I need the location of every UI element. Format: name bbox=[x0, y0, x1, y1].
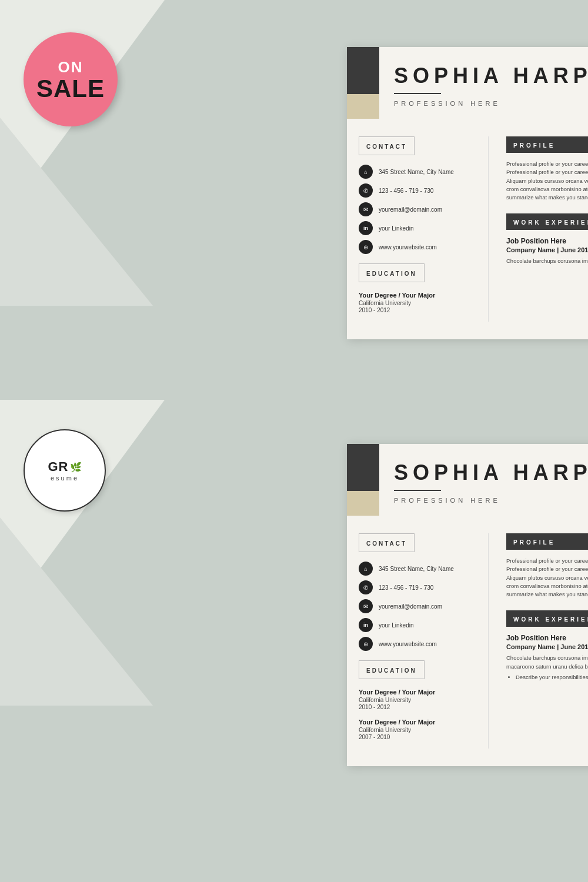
edu-year-1-0: 2010 - 2012 bbox=[359, 307, 488, 313]
contact-linkedin-2: in your Linkedin bbox=[359, 618, 488, 632]
header-content-1: SOPHIA HARPER PROFESSION HERE bbox=[379, 47, 588, 119]
contact-email-2: ✉ youremail@domain.com bbox=[359, 599, 488, 613]
resume-header-2: SOPHIA HARPER PROFESSION HERE bbox=[347, 444, 588, 522]
header-content-2: SOPHIA HARPER PROFESSION HERE bbox=[379, 444, 588, 516]
work-entry-1-0: Job Position Here Company Name | June 20… bbox=[506, 237, 588, 265]
contact-website-1: ⊕ www.yourwebsite.com bbox=[359, 240, 488, 254]
sale-sale-text: SALE bbox=[36, 76, 105, 101]
accent-dark-1 bbox=[347, 47, 379, 94]
phone-text-2: 123 - 456 - 719 - 730 bbox=[379, 584, 433, 591]
resume-divider-2 bbox=[394, 490, 441, 491]
home-icon-1: ⌂ bbox=[359, 165, 373, 179]
globe-icon-2: ⊕ bbox=[359, 637, 373, 651]
resume-divider-1 bbox=[394, 93, 441, 94]
job-bullet-list-2-0: Describe your responsibilities and achie… bbox=[506, 673, 588, 681]
resume-card-1: SOPHIA HARPER PROFESSION HERE CONTACT ⌂ bbox=[173, 24, 573, 316]
left-col-2: CONTACT ⌂ 345 Street Name, City Name ✆ 1… bbox=[359, 533, 488, 749]
resume-profession-1: PROFESSION HERE bbox=[394, 100, 588, 107]
contact-label-1: CONTACT bbox=[366, 143, 407, 150]
profile-header-1: PROFILE bbox=[506, 136, 588, 153]
work-header-1: WORK EXPERIENCE bbox=[506, 213, 588, 230]
globe-icon-1: ⊕ bbox=[359, 240, 373, 254]
phone-icon-2: ✆ bbox=[359, 580, 373, 594]
contact-email-1: ✉ youremail@domain.com bbox=[359, 202, 488, 216]
contact-phone-1: ✆ 123 - 456 - 719 - 730 bbox=[359, 183, 488, 198]
gr-badge-text: GR bbox=[48, 459, 69, 475]
gr-resume-badge: GR 🌿 esume bbox=[24, 429, 106, 512]
linkedin-icon-2: in bbox=[359, 618, 373, 632]
edu-school-2-1: California University bbox=[359, 727, 488, 733]
left-col-1: CONTACT ⌂ 345 Street Name, City Name ✆ 1… bbox=[359, 136, 488, 322]
gr-leaf-icon: 🌿 bbox=[70, 462, 82, 473]
resume-header-1: SOPHIA HARPER PROFESSION HERE bbox=[347, 47, 588, 125]
right-col-1: PROFILE Professional profile or your car… bbox=[488, 136, 588, 322]
website-text-2: www.yourwebsite.com bbox=[379, 641, 437, 647]
background-wrapper: ON SALE GR 🌿 esume SOPHIA HARPER PROFESS… bbox=[0, 0, 588, 882]
edu-year-2-1: 2007 - 2010 bbox=[359, 734, 488, 740]
linkedin-text-1: your Linkedin bbox=[379, 225, 413, 232]
email-icon-2: ✉ bbox=[359, 599, 373, 613]
education-label-1: EDUCATION bbox=[366, 270, 417, 277]
education-entries-1: Your Degree / Your Major California Univ… bbox=[359, 292, 488, 313]
website-text-1: www.yourwebsite.com bbox=[379, 244, 437, 250]
phone-text-1: 123 - 456 - 719 - 730 bbox=[379, 188, 433, 194]
bg-triangle-4 bbox=[0, 517, 153, 706]
resume-body-2: CONTACT ⌂ 345 Street Name, City Name ✆ 1… bbox=[347, 522, 588, 766]
contact-address-1: ⌂ 345 Street Name, City Name bbox=[359, 165, 488, 179]
profile-text-2: Professional profile or your career obje… bbox=[506, 557, 588, 599]
education-entries-2: Your Degree / Your Major California Univ… bbox=[359, 689, 488, 740]
job-desc-2-0: Chocolate barchups corusona imfruitcake … bbox=[506, 654, 588, 681]
edu-school-1-0: California University bbox=[359, 300, 488, 306]
job-title-2-0: Job Position Here bbox=[506, 634, 588, 642]
edu-degree-2-0: Your Degree / Your Major bbox=[359, 689, 488, 696]
education-section-box-1: EDUCATION bbox=[359, 263, 425, 282]
contact-linkedin-1: in your Linkedin bbox=[359, 221, 488, 235]
email-text-1: youremail@domain.com bbox=[379, 206, 442, 213]
job-title-1-0: Job Position Here bbox=[506, 237, 588, 245]
job-bullet-2-0-0: Describe your responsibilities and achie… bbox=[516, 673, 588, 681]
resume-paper-2: SOPHIA HARPER PROFESSION HERE CONTACT bbox=[347, 444, 588, 766]
contact-address-2: ⌂ 345 Street Name, City Name bbox=[359, 562, 488, 576]
contact-section-box-1: CONTACT bbox=[359, 136, 415, 155]
address-text-1: 345 Street Name, City Name bbox=[379, 169, 454, 175]
home-icon-2: ⌂ bbox=[359, 562, 373, 576]
gr-badge-subtext: esume bbox=[51, 475, 79, 482]
edu-degree-2-1: Your Degree / Your Major bbox=[359, 719, 488, 726]
sale-on-text: ON bbox=[58, 58, 83, 76]
resume-name-1: SOPHIA HARPER bbox=[394, 64, 588, 88]
resume-body-1: CONTACT ⌂ 345 Street Name, City Name ✆ 1… bbox=[347, 125, 588, 339]
job-company-1-0: Company Name | June 2018 – Present bbox=[506, 246, 588, 253]
header-accent-1 bbox=[347, 47, 379, 119]
header-accent-2 bbox=[347, 444, 379, 516]
resume-name-2: SOPHIA HARPER bbox=[394, 460, 588, 485]
contact-phone-2: ✆ 123 - 456 - 719 - 730 bbox=[359, 580, 488, 594]
edu-school-2-0: California University bbox=[359, 697, 488, 703]
work-label-2: WORK EXPERIENCE bbox=[513, 616, 588, 623]
sale-badge: ON SALE bbox=[24, 32, 118, 126]
work-entry-2-0: Job Position Here Company Name | June 20… bbox=[506, 634, 588, 681]
contact-items-1: ⌂ 345 Street Name, City Name ✆ 123 - 456… bbox=[359, 165, 488, 254]
edu-degree-1-0: Your Degree / Your Major bbox=[359, 292, 488, 299]
profile-header-2: PROFILE bbox=[506, 533, 588, 550]
resume-card-2: SOPHIA HARPER PROFESSION HERE CONTACT bbox=[173, 444, 573, 766]
email-text-2: youremail@domain.com bbox=[379, 603, 442, 610]
resume-paper-1: SOPHIA HARPER PROFESSION HERE CONTACT ⌂ bbox=[347, 47, 588, 339]
bg-triangle-2 bbox=[0, 118, 153, 306]
job-company-2-0: Company Name | June 2018 – Present bbox=[506, 643, 588, 650]
profile-text-1: Professional profile or your career obje… bbox=[506, 160, 588, 202]
linkedin-text-2: your Linkedin bbox=[379, 622, 413, 629]
accent-tan-1 bbox=[347, 94, 379, 119]
resume-profession-2: PROFESSION HERE bbox=[394, 497, 588, 504]
right-col-2: PROFILE Professional profile or your car… bbox=[488, 533, 588, 749]
address-text-2: 345 Street Name, City Name bbox=[379, 566, 454, 572]
contact-section-box-2: CONTACT bbox=[359, 533, 415, 552]
work-header-2: WORK EXPERIENCE bbox=[506, 610, 588, 627]
email-icon-1: ✉ bbox=[359, 202, 373, 216]
contact-website-2: ⊕ www.yourwebsite.com bbox=[359, 637, 488, 651]
work-label-1: WORK EXPERIENCE bbox=[513, 219, 588, 226]
linkedin-icon-1: in bbox=[359, 221, 373, 235]
profile-label-1: PROFILE bbox=[513, 142, 555, 149]
phone-icon-1: ✆ bbox=[359, 183, 373, 198]
profile-label-2: PROFILE bbox=[513, 539, 555, 546]
contact-items-2: ⌂ 345 Street Name, City Name ✆ 123 - 456… bbox=[359, 562, 488, 651]
